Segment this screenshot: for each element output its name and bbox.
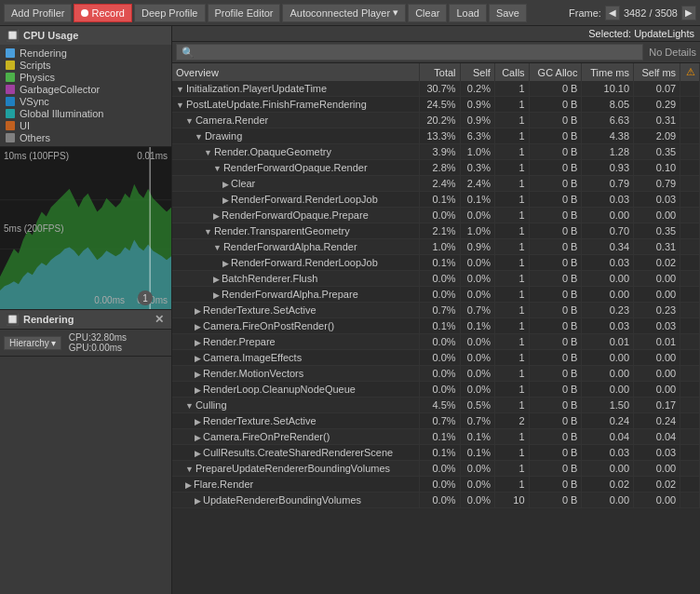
expand-arrow-icon[interactable]: ▶	[195, 370, 201, 379]
expand-arrow-icon[interactable]: ▶	[195, 306, 201, 316]
cell-calls: 1	[494, 271, 529, 287]
table-row[interactable]: ▶Camera.ImageEffects0.0%0.0%10 B0.000.00	[172, 350, 700, 366]
expand-arrow-icon[interactable]: ▶	[213, 290, 220, 300]
collapse-arrow-icon[interactable]: ▼	[195, 132, 203, 142]
cpu-graph-area[interactable]: 10ms (100FPS) 5ms (200FPS) 0.01ms 0.00ms…	[0, 147, 171, 310]
cell-calls: 1	[494, 192, 529, 208]
table-row[interactable]: ▶Camera.FireOnPreRender()0.1%0.1%10 B0.0…	[172, 429, 700, 445]
col-warn[interactable]: ⚠	[680, 63, 700, 81]
table-row[interactable]: ▶BatchRenderer.Flush0.0%0.0%10 B0.000.00	[172, 271, 700, 287]
autoconnected-player-button[interactable]: Autoconnected Player ▾	[282, 4, 406, 22]
load-button[interactable]: Load	[449, 4, 486, 22]
expand-arrow-icon[interactable]: ▶	[222, 259, 229, 268]
table-row[interactable]: ▶UpdateRendererBoundingVolumes0.0%0.0%10…	[172, 493, 700, 508]
table-row[interactable]: ▶Render.Prepare0.0%0.0%10 B0.010.01	[172, 334, 700, 350]
cell-self_ms: 0.07	[634, 81, 680, 97]
table-row[interactable]: ▼Drawing13.3%6.3%10 B4.382.09	[172, 128, 700, 144]
record-button[interactable]: Record	[74, 4, 131, 22]
cell-total: 1.0%	[419, 239, 460, 255]
legend-item-global-illumination[interactable]: Global Illumination	[6, 108, 166, 119]
expand-arrow-icon[interactable]: ▶	[195, 417, 201, 426]
add-profiler-button[interactable]: Add Profiler	[4, 4, 72, 22]
table-row[interactable]: ▼RenderForwardOpaque.Render2.8%0.3%10 B0…	[172, 160, 700, 176]
table-row[interactable]: ▼Render.TransparentGeometry2.1%1.0%10 B0…	[172, 223, 700, 239]
legend-item-physics[interactable]: Physics	[6, 72, 166, 83]
col-total[interactable]: Total	[419, 63, 460, 81]
legend-item-garbagecollector[interactable]: GarbageCollector	[6, 84, 166, 95]
frame-next-button[interactable]: ▶	[681, 6, 696, 20]
expand-arrow-icon[interactable]: ▶	[195, 449, 201, 458]
col-time[interactable]: Time ms	[582, 63, 634, 81]
col-calls[interactable]: Calls	[494, 63, 529, 81]
collapse-arrow-icon[interactable]: ▼	[176, 85, 184, 94]
expand-arrow-icon[interactable]: ▶	[195, 338, 201, 347]
legend-item-others[interactable]: Others	[6, 132, 166, 143]
collapse-arrow-icon[interactable]: ▼	[213, 164, 222, 173]
col-self[interactable]: Self	[460, 63, 494, 81]
table-row[interactable]: ▼Render.OpaqueGeometry3.9%1.0%10 B1.280.…	[172, 144, 700, 160]
collapse-arrow-icon[interactable]: ▼	[185, 465, 194, 474]
col-gc[interactable]: GC Alloc	[529, 63, 582, 81]
legend-item-ui[interactable]: UI	[6, 120, 166, 131]
save-button[interactable]: Save	[489, 4, 527, 22]
table-row[interactable]: ▼Culling4.5%0.5%10 B1.500.17	[172, 398, 700, 413]
collapse-arrow-icon[interactable]: ▼	[185, 401, 194, 411]
table-row[interactable]: ▶RenderForwardOpaque.Prepare0.0%0.0%10 B…	[172, 208, 700, 223]
collapse-arrow-icon[interactable]: ▼	[213, 243, 222, 252]
table-row[interactable]: ▼PrepareUpdateRendererBoundingVolumes0.0…	[172, 461, 700, 477]
table-row[interactable]: ▼RenderForwardAlpha.Render1.0%0.9%10 B0.…	[172, 239, 700, 255]
legend-item-vsync[interactable]: VSync	[6, 96, 166, 107]
expand-arrow-icon[interactable]: ▶	[195, 433, 201, 442]
table-row[interactable]: ▼Camera.Render20.2%0.9%10 B6.630.31	[172, 113, 700, 128]
table-row[interactable]: ▶CullResults.CreateSharedRendererScene0.…	[172, 445, 700, 461]
expand-arrow-icon[interactable]: ▶	[185, 480, 192, 490]
collapse-arrow-icon[interactable]: ▼	[204, 227, 212, 236]
collapse-arrow-icon[interactable]: ▼	[204, 148, 212, 157]
cell-self: 0.0%	[460, 334, 494, 350]
expand-arrow-icon[interactable]: ▶	[195, 496, 201, 506]
table-row[interactable]: ▼Initialization.PlayerUpdateTime30.7%0.2…	[172, 81, 700, 97]
deep-profile-button[interactable]: Deep Profile	[134, 4, 206, 22]
profiler-table-container[interactable]: Overview Total Self Calls GC Alloc Time …	[172, 63, 700, 594]
cell-self: 0.0%	[460, 255, 494, 271]
col-self-ms[interactable]: Self ms	[634, 63, 680, 81]
table-row[interactable]: ▶RenderForward.RenderLoopJob0.1%0.0%10 B…	[172, 255, 700, 271]
expand-arrow-icon[interactable]: ▶	[222, 180, 229, 189]
col-overview[interactable]: Overview	[172, 63, 419, 81]
cell-overview: ▶BatchRenderer.Flush	[172, 271, 419, 287]
collapse-arrow-icon[interactable]: ▼	[185, 116, 194, 126]
profile-editor-button[interactable]: Profile Editor	[208, 4, 281, 22]
cell-self_ms: 0.02	[634, 477, 680, 493]
expand-arrow-icon[interactable]: ▶	[213, 211, 220, 221]
clear-button[interactable]: Clear	[408, 4, 447, 22]
table-row[interactable]: ▶RenderForward.RenderLoopJob0.1%0.1%10 B…	[172, 192, 700, 208]
table-row[interactable]: ▶RenderTexture.SetActive0.7%0.7%20 B0.24…	[172, 413, 700, 429]
cpu-usage-title: CPU Usage	[23, 30, 78, 41]
frame-prev-button[interactable]: ◀	[605, 6, 620, 20]
table-row[interactable]: ▶Flare.Render0.0%0.0%10 B0.020.02	[172, 477, 700, 493]
search-input[interactable]	[176, 44, 643, 61]
cpu-usage-header: 🔲 CPU Usage	[0, 26, 171, 45]
cell-overview: ▶Render.Prepare	[172, 334, 419, 350]
table-row[interactable]: ▶Clear2.4%2.4%10 B0.790.79	[172, 176, 700, 192]
expand-arrow-icon[interactable]: ▶	[213, 275, 220, 284]
rendering-close-button[interactable]: ✕	[153, 313, 166, 326]
table-row[interactable]: ▼PostLateUpdate.FinishFrameRendering24.5…	[172, 97, 700, 113]
legend-item-rendering[interactable]: Rendering	[6, 47, 166, 59]
expand-arrow-icon[interactable]: ▶	[195, 322, 201, 331]
table-row[interactable]: ▶RenderForwardAlpha.Prepare0.0%0.0%10 B0…	[172, 287, 700, 303]
table-row[interactable]: ▶RenderLoop.CleanupNodeQueue0.0%0.0%10 B…	[172, 382, 700, 398]
table-row[interactable]: ▶Camera.FireOnPostRender()0.1%0.1%10 B0.…	[172, 318, 700, 334]
hierarchy-dropdown-button[interactable]: Hierarchy ▾	[4, 336, 61, 350]
table-row[interactable]: ▶RenderTexture.SetActive0.7%0.7%10 B0.23…	[172, 303, 700, 318]
collapse-arrow-icon[interactable]: ▼	[176, 101, 184, 110]
table-row[interactable]: ▶Render.MotionVectors0.0%0.0%10 B0.000.0…	[172, 366, 700, 382]
cell-gc: 0 B	[529, 287, 582, 303]
cell-self: 0.0%	[460, 271, 494, 287]
cell-gc: 0 B	[529, 239, 582, 255]
expand-arrow-icon[interactable]: ▶	[222, 196, 229, 205]
legend-label: GarbageCollector	[20, 84, 100, 95]
expand-arrow-icon[interactable]: ▶	[195, 385, 201, 395]
expand-arrow-icon[interactable]: ▶	[195, 354, 201, 363]
legend-item-scripts[interactable]: Scripts	[6, 60, 166, 71]
